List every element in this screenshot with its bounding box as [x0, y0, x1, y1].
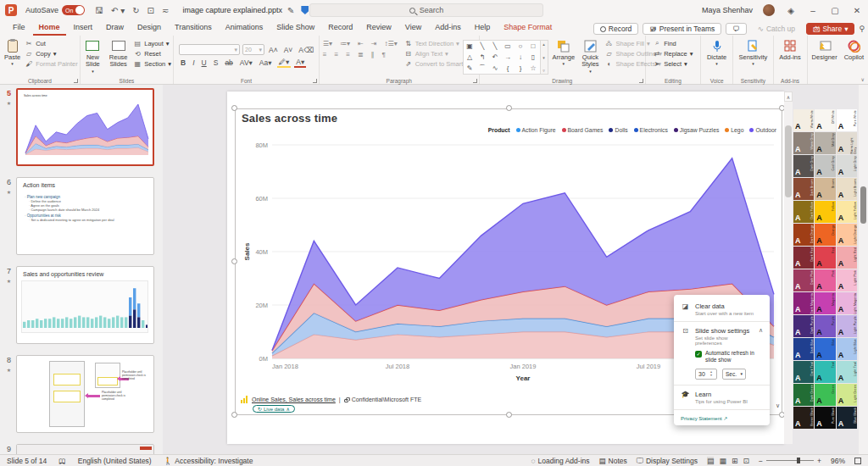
shape-glyph-1[interactable]: ╲ — [476, 41, 489, 52]
swatch-warm-grey[interactable]: AWarm Grey — [793, 132, 814, 154]
collapse-ribbon-icon[interactable]: ∨ — [861, 76, 865, 82]
copilot-button[interactable]: Copilot — [842, 37, 866, 62]
live-data-badge[interactable]: ↻Live data ∧ — [253, 405, 295, 413]
select-button[interactable]: ➤Select ▾ — [653, 59, 693, 68]
align-right-button[interactable]: ≡ — [344, 51, 352, 58]
handle-top-center[interactable] — [506, 105, 512, 111]
swatch-light-purple[interactable]: ALight Purple — [837, 315, 857, 337]
user-name[interactable]: Maya Shenhav — [702, 6, 753, 14]
slide-thumbnail-9[interactable]: 9★ — [2, 444, 158, 454]
drawing-dialog-launcher[interactable] — [639, 79, 643, 83]
reset-button[interactable]: ⟲Reset — [133, 49, 171, 58]
swatch-light-green[interactable]: ALight Green — [837, 384, 857, 406]
tab-slide-show[interactable]: Slide Show — [270, 21, 320, 36]
quick-styles-button[interactable]: Quick Styles▾ — [579, 37, 601, 75]
clear-data-item[interactable]: ◪ Clear dataStart over with a new item — [674, 300, 770, 319]
reuse-slides-button[interactable]: Reuse Slides — [105, 37, 131, 69]
swatch-light-pink[interactable]: ALight Pink — [837, 269, 857, 291]
swatch-blue-black[interactable]: ABlue Black — [837, 407, 857, 429]
swatch-mid-grey[interactable]: AMid Grey — [815, 132, 835, 154]
swatch-magenta[interactable]: AMagenta — [815, 292, 835, 314]
auto-refresh-option[interactable]: ✓ Automatic refresh in slide show — [674, 348, 770, 366]
swatch-red[interactable]: ARed — [815, 247, 835, 269]
present-in-teams-button[interactable]: 🖳Present in Teams — [643, 23, 721, 35]
slideshow-view-button[interactable]: ⊡ — [743, 457, 750, 465]
report-source-link[interactable]: Online Sales, Sales across time — [252, 397, 336, 402]
section-button[interactable]: ▦Section ▾ — [133, 59, 171, 68]
zoom-thumb[interactable] — [797, 458, 800, 463]
tab-draw[interactable]: Draw — [100, 21, 130, 36]
shape-glyph-15[interactable]: { — [502, 63, 515, 74]
legend-item-board-games[interactable]: Board Games — [562, 127, 604, 133]
slide-area-scrollbar[interactable]: ∧ — [784, 92, 793, 444]
customize-qat-icon[interactable]: ≂ — [162, 6, 169, 15]
fit-slide-icon[interactable] — [854, 458, 861, 464]
line-spacing-button[interactable]: ↕☰▾ — [382, 40, 398, 47]
close-button[interactable]: ✕ — [851, 6, 863, 15]
designer-button[interactable]: Designer — [810, 37, 840, 62]
swatch-warm-white[interactable]: AWarm White — [793, 109, 814, 131]
shape-glyph-11[interactable]: ▯ — [527, 52, 540, 63]
spinner-icons[interactable]: ▴▾ — [710, 370, 712, 377]
tab-record[interactable]: Record — [322, 21, 359, 36]
slide-thumbnail-8[interactable]: 8★Placeholder until permission check is … — [2, 355, 158, 433]
swatch-brown-black[interactable]: ABrown Black — [793, 407, 814, 429]
interval-value-field[interactable] — [696, 371, 710, 377]
swatch-light-yellow[interactable]: ALight Yellow — [837, 201, 857, 223]
format-painter-button[interactable]: 🖌Format Painter — [25, 59, 78, 68]
legend-item-dolls[interactable]: Dolls — [609, 127, 627, 133]
highlight-color-button[interactable]: 🖉▾ — [277, 58, 292, 68]
shape-glyph-12[interactable]: ✎ — [464, 63, 476, 74]
paste-button[interactable]: Paste▾ — [2, 37, 23, 68]
slide-thumbnail-box[interactable] — [16, 444, 154, 454]
swatch-orange[interactable]: AOrange — [815, 224, 835, 246]
notes-button[interactable]: ▤Notes — [599, 457, 627, 465]
find-button[interactable]: ⌕Find — [653, 39, 693, 47]
bold-button[interactable]: B — [179, 58, 187, 67]
learn-item[interactable]: 🎓 LearnTips for using Power BI — [674, 388, 770, 407]
scroll-up-icon[interactable]: ∧ — [784, 92, 793, 102]
increase-indent-button[interactable]: ⇥ — [370, 40, 379, 47]
font-dialog-launcher[interactable] — [313, 79, 317, 83]
zoom-out-icon[interactable]: − — [759, 457, 763, 465]
underline-button[interactable]: U — [200, 58, 209, 67]
font-color-button[interactable]: A▾ — [294, 58, 306, 68]
tab-review[interactable]: Review — [360, 21, 398, 36]
legend-item-jigsaw-puzzles[interactable]: Jigsaw Puzzles — [674, 127, 719, 133]
shape-glyph-17[interactable]: ☆ — [527, 63, 540, 74]
shape-glyph-2[interactable]: ╲ — [489, 41, 502, 52]
numbering-button[interactable]: ≔▾ — [338, 40, 352, 47]
tab-transitions[interactable]: Transitions — [169, 21, 218, 36]
addins-button[interactable]: Add-ins — [776, 37, 803, 62]
save-icon[interactable]: 🖫 — [95, 6, 103, 15]
shape-glyph-5[interactable]: □ — [527, 41, 540, 52]
accessibility-status[interactable]: 🚶Accessibility: Investigate — [164, 457, 253, 465]
shape-glyph-6[interactable]: △ — [464, 52, 476, 63]
shape-glyph-4[interactable]: ○ — [515, 41, 527, 52]
handle-bottom-center[interactable] — [506, 412, 512, 418]
tab-add-ins[interactable]: Add-ins — [429, 21, 467, 36]
replace-button[interactable]: ⇄Replace ▾ — [653, 49, 693, 58]
pin-ribbon-icon[interactable]: ⚲ — [859, 25, 865, 33]
layout-button[interactable]: ▤Layout ▾ — [133, 39, 171, 47]
slide-thumbnail-box[interactable]: Action items· Plan new campaign· Define … — [16, 177, 154, 255]
slide-thumbnail-box[interactable]: Sales and opportunities review — [16, 266, 154, 344]
tab-view[interactable]: View — [399, 21, 427, 36]
display-settings-button[interactable]: 🖵Display Settings — [637, 456, 698, 465]
swatch-dark-grey[interactable]: ADark Grey — [793, 155, 814, 177]
clipboard-dialog-launcher[interactable] — [74, 79, 78, 83]
strikethrough-button[interactable]: ab — [223, 58, 234, 67]
align-left-button[interactable]: ≡ — [321, 51, 329, 58]
swatch-dark-blue[interactable]: ADark Blue — [793, 338, 814, 360]
slide-thumbnail-7[interactable]: 7★Sales and opportunities review — [2, 266, 158, 344]
shapes-gallery-scroll[interactable]: ▴▾▿ — [541, 40, 548, 75]
record-button[interactable]: Record — [593, 23, 638, 35]
swatch-dark-magenta[interactable]: ADark Magenta — [793, 292, 814, 314]
swatch-light-teal[interactable]: ALight Teal — [837, 361, 857, 383]
swatch-light-grey[interactable]: ALight Grey — [837, 155, 857, 177]
tab-home[interactable]: Home — [33, 21, 66, 36]
legend-item-lego[interactable]: Lego — [725, 127, 743, 133]
shape-glyph-3[interactable]: ▭ — [502, 41, 515, 52]
swatch-light-magenta[interactable]: ALight Magenta — [837, 292, 857, 314]
align-center-button[interactable]: ≡ — [333, 51, 341, 58]
